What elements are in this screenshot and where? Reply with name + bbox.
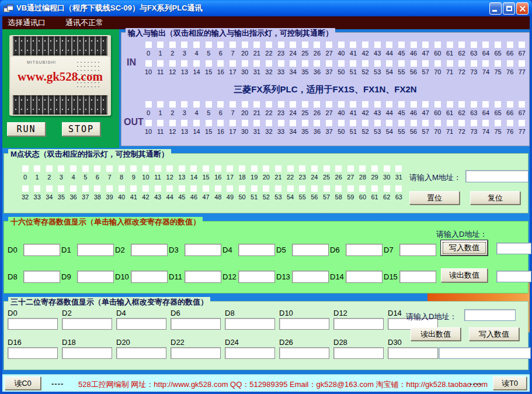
reg32-address-input[interactable] (464, 309, 516, 321)
in-lamp-12[interactable] (169, 60, 176, 67)
reg32-result-input[interactable] (439, 347, 531, 359)
register-input-D22[interactable] (171, 347, 221, 359)
register-input-D2[interactable] (131, 244, 168, 256)
register-input-D10[interactable] (131, 271, 168, 283)
maximize-button[interactable] (503, 2, 515, 15)
in-lamp-23[interactable] (278, 42, 284, 48)
m-lamp-5[interactable] (82, 165, 89, 172)
in-lamp-56[interactable] (411, 60, 417, 67)
in-lamp-77[interactable] (519, 60, 525, 67)
m-lamp-61[interactable] (371, 185, 378, 192)
m-lamp-21[interactable] (275, 165, 281, 172)
m-lamp-9[interactable] (130, 165, 137, 172)
close-button[interactable] (516, 2, 528, 15)
out-lamp-12[interactable] (169, 120, 176, 126)
out-lamp-7[interactable] (230, 101, 236, 108)
out-lamp-16[interactable] (217, 120, 224, 126)
read-c0-button[interactable]: 读C0 (5, 376, 41, 390)
reg16-read-input[interactable] (496, 271, 531, 282)
register-input-D2[interactable] (62, 318, 112, 330)
in-lamp-67[interactable] (519, 42, 525, 48)
m-lamp-17[interactable] (227, 165, 233, 172)
register-input-D24[interactable] (225, 347, 275, 359)
m-lamp-27[interactable] (347, 165, 354, 172)
out-lamp-33[interactable] (278, 120, 284, 126)
out-lamp-34[interactable] (290, 120, 296, 126)
register-input-D3[interactable] (185, 244, 221, 256)
in-lamp-35[interactable] (302, 60, 308, 67)
m-lamp-39[interactable] (106, 185, 113, 192)
m-lamp-2[interactable] (46, 165, 53, 172)
in-lamp-62[interactable] (458, 42, 465, 48)
m-lamp-31[interactable] (395, 165, 402, 172)
register-input-D5[interactable] (292, 244, 329, 256)
m-lamp-63[interactable] (395, 185, 402, 192)
in-lamp-66[interactable] (507, 42, 513, 48)
register-input-D8[interactable] (23, 271, 60, 283)
out-lamp-70[interactable] (434, 120, 441, 126)
m-lamp-15[interactable] (203, 165, 209, 172)
register-input-D4[interactable] (116, 318, 166, 330)
in-lamp-72[interactable] (458, 60, 465, 67)
out-lamp-13[interactable] (181, 120, 187, 126)
register-input-D6[interactable] (171, 318, 221, 330)
m-lamp-24[interactable] (311, 165, 318, 172)
in-lamp-21[interactable] (253, 42, 260, 48)
out-lamp-5[interactable] (206, 101, 212, 108)
out-lamp-32[interactable] (266, 120, 272, 126)
out-lamp-26[interactable] (314, 101, 320, 108)
in-lamp-71[interactable] (447, 60, 453, 67)
in-lamp-20[interactable] (242, 42, 248, 48)
in-lamp-1[interactable] (157, 42, 164, 48)
register-input-D9[interactable] (77, 271, 114, 283)
out-lamp-66[interactable] (507, 101, 513, 108)
m-lamp-59[interactable] (347, 185, 354, 192)
in-lamp-24[interactable] (290, 42, 296, 48)
out-lamp-76[interactable] (507, 120, 513, 126)
in-lamp-26[interactable] (314, 42, 320, 48)
out-lamp-41[interactable] (350, 101, 356, 108)
in-lamp-70[interactable] (434, 60, 441, 67)
out-lamp-10[interactable] (145, 120, 152, 126)
in-lamp-65[interactable] (495, 42, 501, 48)
in-lamp-47[interactable] (422, 42, 429, 48)
minimize-button[interactable] (489, 2, 502, 15)
out-lamp-37[interactable] (326, 120, 332, 126)
m-lamp-29[interactable] (371, 165, 378, 172)
reg16-write-button[interactable]: 写入数值 (441, 240, 488, 255)
in-lamp-54[interactable] (386, 60, 392, 67)
out-lamp-6[interactable] (217, 101, 224, 108)
register-input-D13[interactable] (292, 271, 329, 283)
in-lamp-2[interactable] (169, 42, 176, 48)
reg32-write-button[interactable]: 写入数值 (469, 327, 519, 341)
out-lamp-73[interactable] (471, 120, 477, 126)
m-lamp-0[interactable] (22, 165, 29, 172)
in-lamp-4[interactable] (193, 42, 200, 48)
out-lamp-71[interactable] (447, 120, 453, 126)
in-lamp-25[interactable] (302, 42, 308, 48)
out-lamp-77[interactable] (519, 120, 525, 126)
out-lamp-30[interactable] (242, 120, 248, 126)
in-lamp-34[interactable] (290, 60, 296, 67)
m-lamp-54[interactable] (287, 185, 294, 192)
out-lamp-1[interactable] (157, 101, 164, 108)
in-lamp-36[interactable] (314, 60, 320, 67)
register-input-D14[interactable] (346, 271, 383, 283)
m-lamp-47[interactable] (203, 185, 209, 192)
out-lamp-36[interactable] (314, 120, 320, 126)
out-lamp-56[interactable] (411, 120, 417, 126)
register-input-D30[interactable] (388, 347, 438, 359)
in-lamp-7[interactable] (230, 42, 236, 48)
m-lamp-34[interactable] (46, 185, 53, 192)
m-lamp-4[interactable] (70, 165, 77, 172)
m-lamp-28[interactable] (359, 165, 366, 172)
in-lamp-46[interactable] (411, 42, 417, 48)
out-lamp-54[interactable] (386, 120, 392, 126)
out-lamp-3[interactable] (181, 101, 187, 108)
register-input-D12[interactable] (238, 271, 275, 283)
out-lamp-44[interactable] (386, 101, 392, 108)
out-lamp-45[interactable] (398, 101, 405, 108)
m-lamp-41[interactable] (130, 185, 137, 192)
out-lamp-24[interactable] (290, 101, 296, 108)
out-lamp-43[interactable] (374, 101, 381, 108)
